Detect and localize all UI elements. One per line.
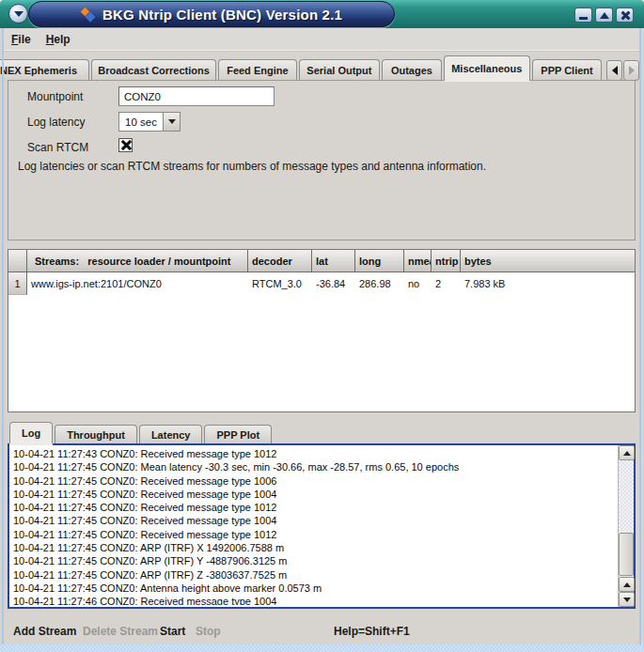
panel-description: Log latencies or scan RTCM streams for n…: [18, 160, 625, 173]
log-line: 10-04-21 11:27:45 CONZ0: Received messag…: [13, 501, 615, 514]
tab-ppp-client[interactable]: PPP Client: [532, 59, 602, 81]
bytes-cell: 7.983 kB: [461, 272, 635, 295]
tab-scroll-buttons: [606, 60, 639, 81]
mountpoint-cell: www.igs-ip.net:2101/CONZ0: [27, 272, 248, 295]
tab-outages[interactable]: Outages: [382, 59, 441, 81]
log-line: 10-04-21 11:27:45 CONZ0: Received messag…: [13, 528, 615, 541]
streams-table-header: Streams: resource loader / mountpoint de…: [8, 250, 635, 272]
tab-miscellaneous[interactable]: Miscellaneous: [444, 55, 531, 81]
menubar-separator: [4, 50, 639, 52]
log-line: 10-04-21 11:27:43 CONZ0: Received messag…: [13, 447, 615, 460]
scroll-down-button[interactable]: [619, 592, 635, 607]
tab-rinex-ephemeris[interactable]: NEX Ephemeris: [0, 59, 89, 81]
menu-help[interactable]: Help: [39, 31, 78, 48]
action-bar: Add Stream Delete Stream Start Stop Help…: [0, 620, 644, 644]
log-scrollbar[interactable]: [618, 445, 634, 607]
mountpoint-label: Mountpoint: [27, 90, 83, 103]
tab-feed-engine[interactable]: Feed Engine: [218, 59, 296, 81]
log-line: 10-04-21 11:27:45 CONZ0: Antenna height …: [13, 582, 615, 595]
long-cell: 286.98: [355, 272, 404, 295]
title-pill: BKG Ntrip Client (BNC) Version 2.1: [28, 1, 395, 27]
log-line: 10-04-21 11:27:45 CONZ0: ARP (ITRF) X 14…: [13, 541, 615, 554]
header-ntrip: ntrip: [432, 250, 461, 272]
decoder-cell: RTCM_3.0: [248, 272, 312, 295]
arrow-up-icon: [623, 582, 631, 587]
log-latency-label: Log latency: [27, 116, 85, 129]
chevron-right-icon: [629, 66, 635, 75]
log-view[interactable]: 10-04-21 11:27:43 CONZ0: Received messag…: [8, 443, 636, 609]
log-line: 10-04-21 11:27:45 CONZ0: ARP (ITRF) Y -4…: [13, 554, 615, 567]
tab-serial-output[interactable]: Serial Output: [299, 59, 381, 81]
window-title: BKG Ntrip Client (BNC) Version 2.1: [102, 7, 342, 23]
minimize-button[interactable]: [574, 8, 592, 23]
header-long: long: [355, 250, 404, 272]
close-icon: [620, 10, 630, 21]
mountpoint-input[interactable]: [118, 86, 275, 106]
nmea-cell: no: [404, 272, 432, 295]
tab-scroll-left-button[interactable]: [606, 60, 622, 81]
titlebar: BKG Ntrip Client (BNC) Version 2.1: [0, 0, 644, 28]
window-menu-button[interactable]: [8, 4, 28, 23]
header-mountpoint: Streams: resource loader / mountpoint: [27, 250, 248, 272]
maximize-button[interactable]: [595, 8, 613, 23]
window-left-edge: [2, 28, 4, 644]
scan-rtcm-checkbox[interactable]: [118, 138, 133, 152]
header-bytes: bytes: [461, 250, 635, 272]
chevron-down-icon: [14, 11, 24, 17]
chevron-left-icon: [612, 66, 618, 75]
streams-table: Streams: resource loader / mountpoint de…: [8, 249, 636, 412]
scroll-up-button[interactable]: [619, 445, 635, 460]
tab-broadcast-corrections[interactable]: Broadcast Corrections: [91, 59, 216, 81]
add-stream-button[interactable]: Add Stream: [9, 623, 80, 640]
header-lat: lat: [312, 250, 355, 272]
log-latency-value: 10 sec: [118, 112, 163, 132]
settings-tabbar: NEX Ephemeris Broadcast Corrections Feed…: [0, 55, 639, 81]
ntrip-cell: 2: [432, 272, 461, 295]
monitor-tabbar: Log Throughput Latency PPP Plot: [9, 422, 274, 443]
lat-cell: -36.84: [312, 272, 355, 295]
scan-rtcm-label: Scan RTCM: [27, 141, 88, 154]
arrow-down-icon: [623, 598, 631, 602]
satellite-icon: [81, 8, 96, 22]
row-number-cell: 1: [8, 272, 27, 295]
start-button[interactable]: Start: [156, 623, 189, 640]
log-line: 10-04-21 11:27:45 CONZ0: Received messag…: [13, 514, 615, 527]
chevron-down-icon: [168, 119, 176, 124]
log-line: 10-04-21 11:27:46 CONZ0: Received messag…: [13, 595, 615, 605]
stop-button[interactable]: Stop: [192, 623, 225, 640]
tab-log[interactable]: Log: [9, 422, 53, 443]
header-nmea: nmea: [404, 250, 432, 272]
arrow-up-icon: [623, 451, 631, 456]
header-row-number: [8, 250, 27, 272]
tab-ppp-plot[interactable]: PPP Plot: [204, 425, 272, 443]
tab-scroll-right-button[interactable]: [623, 60, 639, 81]
log-line: 10-04-21 11:27:45 CONZ0: Mean latency -3…: [13, 460, 615, 473]
delete-stream-button[interactable]: Delete Stream: [79, 623, 162, 640]
menubar: File Help: [4, 28, 639, 50]
log-lines: 10-04-21 11:27:43 CONZ0: Received messag…: [13, 447, 615, 605]
miscellaneous-panel: Mountpoint Log latency 10 sec Scan RTCM …: [8, 80, 636, 241]
x-mark-icon: [120, 140, 131, 150]
menu-file[interactable]: File: [4, 31, 39, 48]
scrollbar-thumb[interactable]: [619, 533, 634, 576]
log-line: 10-04-21 11:27:45 CONZ0: Received messag…: [13, 474, 615, 488]
close-button[interactable]: [616, 8, 634, 23]
tab-latency[interactable]: Latency: [139, 425, 203, 443]
minimize-icon: [579, 17, 588, 20]
log-latency-select[interactable]: 10 sec: [118, 112, 181, 132]
scroll-up-button-bottom[interactable]: [619, 577, 635, 592]
log-line: 10-04-21 11:27:45 CONZ0: ARP (ITRF) Z -3…: [13, 568, 615, 582]
log-line: 10-04-21 11:27:45 CONZ0: Received messag…: [13, 488, 615, 501]
bnc-window: BKG Ntrip Client (BNC) Version 2.1 File …: [0, 0, 644, 652]
window-right-edge: [639, 28, 641, 644]
help-hint: Help=Shift+F1: [334, 625, 410, 638]
log-latency-dropdown-button[interactable]: [163, 112, 181, 132]
stream-table-row[interactable]: 1 www.igs-ip.net:2101/CONZ0 RTCM_3.0 -36…: [8, 272, 635, 295]
header-decoder: decoder: [248, 250, 312, 272]
window-bottom-edge: [0, 644, 644, 652]
tab-throughput[interactable]: Throughput: [55, 425, 137, 443]
maximize-icon: [600, 12, 609, 19]
